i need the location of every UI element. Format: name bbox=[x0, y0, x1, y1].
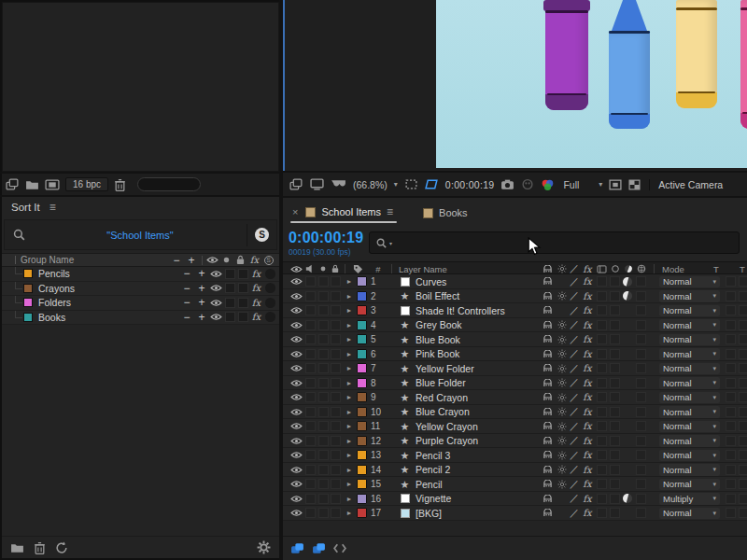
collapse-toggle[interactable] bbox=[556, 347, 569, 361]
label-color-swatch[interactable] bbox=[356, 506, 368, 520]
trkmat-checkbox[interactable] bbox=[726, 479, 736, 489]
fx-toggle[interactable]: fx bbox=[581, 506, 594, 520]
quality-toggle[interactable]: ／ bbox=[569, 419, 580, 433]
layer-name[interactable]: Shade It! Controllers bbox=[416, 303, 505, 317]
fx-toggle[interactable]: fx bbox=[581, 289, 594, 303]
label-color-swatch[interactable] bbox=[356, 390, 368, 404]
3d-checkbox[interactable] bbox=[636, 436, 646, 446]
transfer-controls-toggle-icon[interactable] bbox=[312, 542, 326, 554]
fx-toggle[interactable]: fx bbox=[581, 318, 594, 332]
3d-checkbox[interactable] bbox=[636, 450, 646, 460]
label-color-swatch[interactable] bbox=[356, 303, 368, 317]
expand-arrow-icon[interactable]: ► bbox=[345, 463, 354, 477]
resolution-dropdown[interactable]: Full bbox=[563, 179, 579, 190]
solo-icon[interactable] bbox=[219, 256, 233, 264]
mode-dropdown[interactable]: Normal ▾ bbox=[659, 421, 720, 433]
lock-checkbox[interactable] bbox=[331, 479, 341, 489]
quality-toggle[interactable]: ／ bbox=[569, 347, 580, 361]
adjustment-toggle[interactable] bbox=[621, 289, 634, 303]
label-color-swatch[interactable] bbox=[356, 347, 368, 361]
shy-toggle[interactable] bbox=[541, 347, 555, 361]
trkmat-checkbox[interactable] bbox=[739, 276, 747, 287]
solo-checkbox[interactable] bbox=[318, 392, 329, 402]
audio-checkbox[interactable] bbox=[305, 349, 316, 359]
trkmat-checkbox[interactable] bbox=[726, 421, 736, 431]
table-row[interactable]: ► 4 ★ Grey Book ／ fx Normal ▾ bbox=[283, 318, 747, 333]
solo-checkbox[interactable] bbox=[318, 508, 329, 518]
solo-checkbox[interactable] bbox=[318, 334, 329, 344]
plus-button[interactable]: + bbox=[194, 283, 209, 294]
audio-checkbox[interactable] bbox=[305, 465, 316, 475]
quality-column-icon[interactable]: ／ bbox=[569, 262, 580, 275]
always-preview-icon[interactable] bbox=[289, 178, 303, 190]
minus-button[interactable]: − bbox=[179, 312, 194, 323]
motion-blur-checkbox[interactable] bbox=[610, 291, 620, 301]
audio-checkbox[interactable] bbox=[305, 378, 316, 388]
table-row[interactable]: ► 1 Curves ／ fx Normal ▾ bbox=[283, 274, 747, 289]
collapse-toggle[interactable] bbox=[556, 477, 569, 491]
group-row[interactable]: Pencils − + fx bbox=[2, 267, 279, 282]
trkmat-t2-label[interactable]: T bbox=[738, 262, 747, 275]
inout-panes-toggle-icon[interactable] bbox=[333, 542, 346, 554]
frame-blend-checkbox[interactable] bbox=[597, 494, 607, 504]
group-row[interactable]: Crayons − + fx bbox=[2, 282, 279, 297]
motion-blur-checkbox[interactable] bbox=[610, 436, 620, 446]
frame-blend-checkbox[interactable] bbox=[597, 392, 607, 402]
label-color-swatch[interactable] bbox=[356, 361, 368, 375]
lock-checkbox[interactable] bbox=[331, 407, 341, 417]
frame-blend-checkbox[interactable] bbox=[597, 378, 607, 388]
label-color-swatch[interactable] bbox=[356, 318, 368, 332]
group-color-swatch[interactable] bbox=[23, 298, 33, 307]
expand-arrow-icon[interactable]: ► bbox=[345, 361, 354, 375]
table-row[interactable]: ► 2 ★ Boil Effect ／ fx Normal ▾ bbox=[283, 289, 747, 304]
audio-checkbox[interactable] bbox=[305, 479, 316, 489]
chevron-down-icon[interactable]: ▾ bbox=[394, 180, 398, 189]
eye-icon[interactable] bbox=[289, 405, 303, 419]
panel-menu-icon[interactable]: ≡ bbox=[49, 201, 56, 214]
collapse-toggle[interactable] bbox=[556, 405, 569, 419]
shy-column-icon[interactable] bbox=[541, 262, 555, 275]
lock-checkbox[interactable] bbox=[331, 508, 341, 518]
panel-divider[interactable] bbox=[0, 172, 281, 174]
motion-blur-checkbox[interactable] bbox=[610, 276, 620, 287]
eye-icon[interactable] bbox=[289, 477, 303, 491]
panel-divider[interactable] bbox=[283, 196, 747, 198]
audio-checkbox[interactable] bbox=[305, 421, 316, 431]
fx-toggle[interactable]: fx bbox=[249, 312, 263, 322]
trkmat-checkbox[interactable] bbox=[739, 421, 747, 431]
adjustment-toggle[interactable] bbox=[621, 274, 634, 288]
adjustment-toggle[interactable] bbox=[621, 318, 634, 332]
expand-arrow-icon[interactable]: ► bbox=[345, 318, 354, 332]
frame-blend-checkbox[interactable] bbox=[597, 363, 607, 373]
trkmat-checkbox[interactable] bbox=[726, 508, 736, 518]
audio-checkbox[interactable] bbox=[305, 392, 316, 402]
lock-checkbox[interactable] bbox=[331, 276, 341, 287]
layer-name[interactable]: Blue Book bbox=[416, 332, 460, 346]
layer-name[interactable]: Red Crayon bbox=[416, 390, 468, 404]
shy-toggle[interactable] bbox=[541, 477, 555, 491]
fx-toggle[interactable]: fx bbox=[581, 390, 594, 404]
trkmat-checkbox[interactable] bbox=[726, 436, 736, 446]
bit-depth-button[interactable]: 16 bpc bbox=[65, 177, 108, 191]
3d-checkbox[interactable] bbox=[636, 363, 646, 373]
solo-column-icon[interactable] bbox=[317, 262, 329, 275]
fx-toggle[interactable]: fx bbox=[581, 361, 594, 375]
quality-toggle[interactable]: ／ bbox=[569, 448, 580, 462]
group-row[interactable]: Folders − + fx bbox=[2, 296, 279, 311]
trkmat-checkbox[interactable] bbox=[739, 305, 747, 315]
timecode-box[interactable]: 0:00:00:19 00019 (30.00 fps) bbox=[289, 230, 369, 257]
lock-checkbox[interactable] bbox=[331, 334, 341, 344]
panel-menu-icon[interactable]: ≡ bbox=[387, 205, 393, 218]
adjustment-toggle[interactable] bbox=[621, 361, 634, 375]
eye-icon[interactable] bbox=[289, 289, 303, 303]
motion-blur-checkbox[interactable] bbox=[610, 334, 620, 344]
shy-toggle[interactable] bbox=[541, 405, 555, 419]
audio-checkbox[interactable] bbox=[305, 276, 316, 287]
collapse-toggle[interactable] bbox=[556, 361, 569, 375]
label-color-swatch[interactable] bbox=[356, 376, 368, 390]
shy-toggle[interactable] bbox=[541, 361, 555, 375]
lock-checkbox[interactable] bbox=[331, 305, 341, 315]
3d-checkbox[interactable] bbox=[636, 421, 646, 431]
layer-name[interactable]: Blue Crayon bbox=[416, 405, 470, 419]
frame-blend-checkbox[interactable] bbox=[597, 421, 607, 431]
